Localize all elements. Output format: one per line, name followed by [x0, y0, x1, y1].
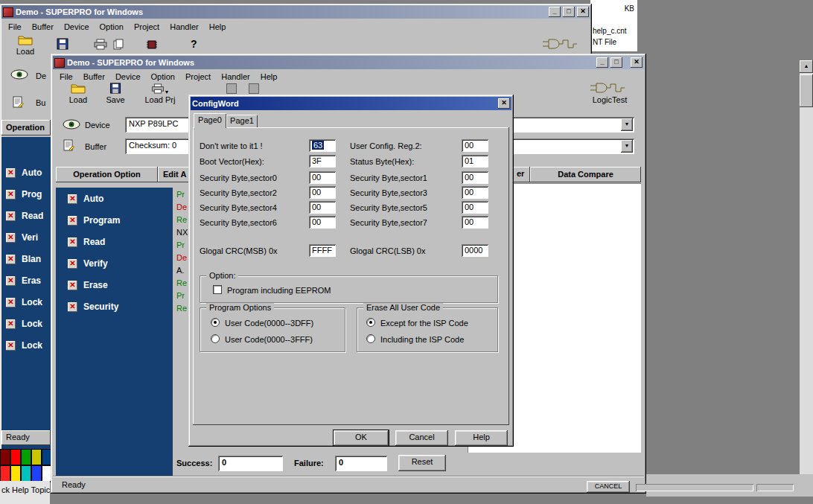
- ok-button[interactable]: OK: [334, 430, 389, 446]
- security-sector0-field[interactable]: 00: [309, 171, 336, 184]
- menu-file[interactable]: File: [54, 71, 78, 83]
- except-isp-radio[interactable]: [366, 318, 375, 327]
- palette-swatch[interactable]: [21, 465, 31, 482]
- operation-read[interactable]: ✕Read: [6, 211, 43, 221]
- logictest-icon[interactable]: [542, 38, 582, 51]
- data-compare-header[interactable]: Data Compare: [530, 167, 641, 182]
- palette-swatch[interactable]: [10, 465, 21, 482]
- including-isp-radio[interactable]: [366, 334, 375, 343]
- menu-buffer[interactable]: Buffer: [78, 71, 110, 83]
- crc-msb-field[interactable]: FFFF: [309, 244, 336, 257]
- save-button[interactable]: Save: [100, 83, 131, 104]
- status-byte-field[interactable]: 01: [462, 155, 488, 168]
- load-prj-button[interactable]: ▼ Load Prj: [140, 83, 180, 104]
- title-bar[interactable]: Demo - SUPERPRO for Windows _ □ ✕: [1, 5, 590, 19]
- tab-page0[interactable]: Page0: [194, 113, 226, 128]
- title-bar[interactable]: Demo - SUPERPRO for Windows _ □ ✕: [53, 56, 644, 69]
- user-code-3fff-radio[interactable]: [211, 334, 220, 343]
- palette-swatch[interactable]: [21, 449, 31, 465]
- security-sector2-field[interactable]: 00: [309, 186, 336, 199]
- menu-help[interactable]: Help: [255, 71, 283, 83]
- close-button[interactable]: ✕: [631, 57, 643, 68]
- menu-project[interactable]: Project: [180, 71, 216, 83]
- close-button[interactable]: ✕: [577, 7, 589, 17]
- operation-lock1[interactable]: ✕Lock: [6, 297, 42, 307]
- security-sector1-field[interactable]: 00: [462, 171, 488, 184]
- tab-page1[interactable]: Page1: [226, 115, 258, 128]
- chevron-down-icon[interactable]: ▼: [621, 140, 633, 153]
- scrollbar-thumb[interactable]: [800, 74, 813, 107]
- maximize-button[interactable]: □: [610, 57, 622, 68]
- chip-icon[interactable]: [146, 39, 158, 51]
- eeprom-checkbox[interactable]: [213, 285, 222, 294]
- security-sector7-field[interactable]: 00: [462, 216, 488, 229]
- security-sector3-field[interactable]: 00: [462, 186, 488, 199]
- operation-lock2[interactable]: ✕Lock: [6, 319, 42, 329]
- print-icon[interactable]: [94, 39, 107, 51]
- operation-verify[interactable]: ✕Veri: [6, 232, 38, 243]
- palette-swatch[interactable]: [31, 449, 42, 465]
- dialog-title-bar[interactable]: ConfigWord ✕: [191, 97, 511, 110]
- scroll-up-button[interactable]: ▲: [800, 60, 813, 73]
- cancel-button[interactable]: Cancel: [395, 430, 448, 446]
- close-icon[interactable]: ✕: [498, 98, 510, 109]
- load-button[interactable]: Load: [7, 35, 43, 56]
- toolbar-icon-partial[interactable]: [226, 83, 237, 94]
- menu-handler[interactable]: Handler: [216, 71, 255, 83]
- success-count-field[interactable]: 0: [218, 456, 283, 471]
- cancel-progress-button[interactable]: CANCEL: [587, 481, 630, 493]
- failure-count-field[interactable]: 0: [335, 456, 387, 471]
- operation-lock3[interactable]: ✕Lock: [6, 340, 42, 351]
- operation-option-header[interactable]: Operation Option: [56, 167, 158, 182]
- save-icon[interactable]: [57, 38, 68, 51]
- boot-vector-field[interactable]: 3F: [309, 155, 336, 168]
- menu-file[interactable]: File: [3, 21, 27, 33]
- logictest-button[interactable]: LogicTest: [588, 82, 631, 104]
- operation-erase[interactable]: ✕Erase: [68, 280, 108, 290]
- security-sector5-field[interactable]: 00: [462, 201, 488, 214]
- field-label: Security Byte,sector7: [350, 218, 427, 227]
- operation-program[interactable]: ✕Prog: [6, 189, 42, 200]
- operation-option-header[interactable]: Operation: [1, 120, 51, 135]
- menu-project[interactable]: Project: [129, 21, 165, 33]
- palette-swatch[interactable]: [31, 465, 42, 482]
- menu-device[interactable]: Device: [110, 71, 146, 83]
- operation-blank-check[interactable]: ✕Blan: [6, 254, 41, 264]
- operation-auto[interactable]: ✕Auto: [68, 194, 103, 204]
- minimize-button[interactable]: _: [596, 57, 608, 68]
- menu-option[interactable]: Option: [146, 71, 180, 83]
- chevron-down-icon[interactable]: ▼: [621, 118, 633, 131]
- help-button[interactable]: Help: [455, 430, 508, 446]
- palette-swatch[interactable]: [0, 465, 10, 482]
- maximize-button[interactable]: □: [563, 7, 575, 17]
- operation-program[interactable]: ✕Program: [68, 215, 120, 226]
- menu-help[interactable]: Help: [204, 21, 232, 33]
- help-icon[interactable]: ?: [191, 38, 197, 50]
- dont-write-field[interactable]: 63: [309, 139, 336, 152]
- dropdown-arrow-icon[interactable]: ▼: [165, 89, 170, 95]
- operation-erase[interactable]: ✕Eras: [6, 275, 41, 286]
- crc-lsb-field[interactable]: 0000: [462, 244, 488, 257]
- security-sector6-field[interactable]: 00: [309, 216, 336, 229]
- palette-swatch[interactable]: [10, 449, 21, 465]
- security-sector4-field[interactable]: 00: [309, 201, 336, 214]
- operation-auto[interactable]: ✕Auto: [6, 168, 42, 178]
- user-code-3dff-radio[interactable]: [211, 318, 220, 327]
- reset-button[interactable]: Reset: [398, 455, 446, 471]
- operation-read[interactable]: ✕Read: [68, 237, 105, 247]
- failure-label: Failure:: [294, 459, 324, 468]
- menu-device[interactable]: Device: [59, 21, 95, 33]
- operation-x-icon: ✕: [68, 237, 77, 247]
- menu-option[interactable]: Option: [95, 21, 129, 33]
- toolbar-icon-partial[interactable]: [249, 83, 259, 94]
- operation-verify[interactable]: ✕Verify: [68, 258, 108, 269]
- palette-swatch[interactable]: [0, 449, 10, 465]
- load-button[interactable]: Load: [63, 83, 94, 104]
- user-config-reg2-field[interactable]: 00: [462, 139, 488, 152]
- copy-icon[interactable]: [113, 39, 124, 51]
- minimize-button[interactable]: _: [549, 7, 561, 17]
- menu-handler[interactable]: Handler: [165, 21, 204, 33]
- background-scrollbar[interactable]: ▲ ▼: [800, 60, 813, 495]
- menu-buffer[interactable]: Buffer: [27, 21, 59, 33]
- operation-security[interactable]: ✕Security: [68, 302, 118, 312]
